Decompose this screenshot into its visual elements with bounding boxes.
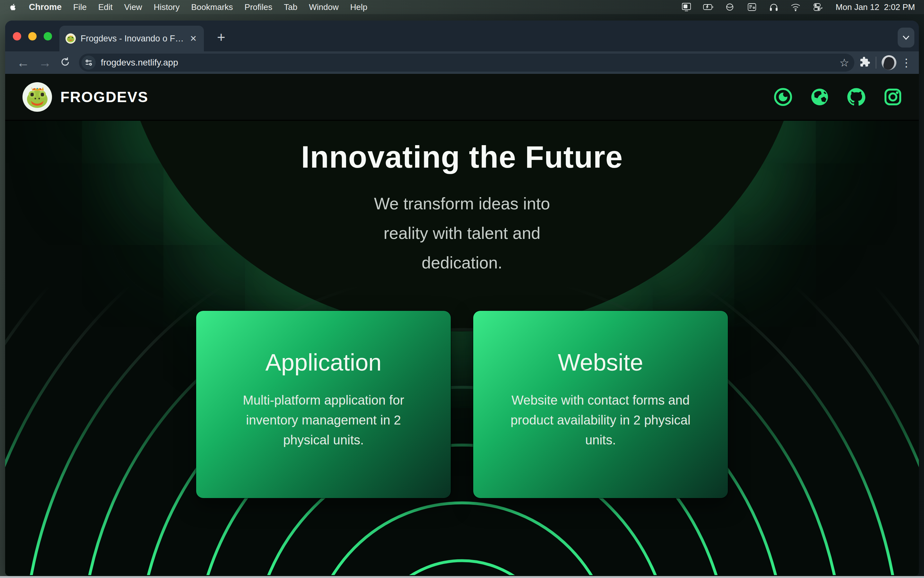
chevron-down-icon — [902, 35, 910, 40]
menubar-item-profiles[interactable]: Profiles — [245, 2, 272, 12]
profile-avatar[interactable] — [882, 55, 896, 70]
toolbar-divider — [875, 57, 877, 69]
url-text[interactable]: frogdevs.netlify.app — [101, 57, 840, 68]
site-header: FROGDEVS — [5, 74, 919, 121]
browser-menu-button[interactable]: ⋮ — [901, 56, 912, 69]
active-tab[interactable]: Frogdevs - Inovando o Futuro ✕ — [59, 26, 204, 51]
tab-search-button[interactable] — [898, 28, 914, 47]
dock-edge-strip — [0, 576, 924, 578]
amphetamine-cup-icon[interactable] — [725, 2, 736, 12]
browser-window: Frogdevs - Inovando o Futuro ✕ + ← → fro… — [5, 21, 919, 576]
apple-menu-icon[interactable] — [9, 2, 17, 12]
menubar-item-history[interactable]: History — [154, 2, 180, 12]
new-tab-button[interactable]: + — [217, 30, 225, 44]
screen-mirroring-icon[interactable] — [681, 2, 692, 12]
minimize-window-button[interactable] — [28, 32, 37, 41]
macos-menubar: Chrome File Edit View History Bookmarks … — [0, 0, 924, 14]
github-icon[interactable] — [847, 88, 866, 106]
menubar-item-tab[interactable]: Tab — [284, 2, 297, 12]
control-center-icon[interactable] — [812, 2, 823, 12]
reload-button[interactable] — [60, 57, 71, 69]
menubar-item-file[interactable]: File — [73, 2, 87, 12]
extensions-puzzle-icon[interactable] — [859, 57, 871, 69]
site-info-button[interactable] — [81, 55, 96, 70]
brand-name: FROGDEVS — [60, 88, 148, 106]
frog-favicon-icon — [65, 33, 76, 44]
menubar-item-edit[interactable]: Edit — [98, 2, 113, 12]
forward-button[interactable]: → — [34, 56, 56, 69]
card-title: Application — [196, 349, 451, 376]
headphones-icon[interactable] — [768, 2, 779, 12]
close-window-button[interactable] — [13, 32, 21, 41]
keyboard-shortcuts-icon[interactable] — [746, 2, 757, 12]
address-bar[interactable]: frogdevs.netlify.app ☆ — [79, 54, 854, 71]
window-controls — [13, 32, 52, 41]
hero-section: Innovating the Future We transform ideas… — [5, 121, 919, 575]
instagram-icon[interactable] — [883, 88, 902, 106]
menubar-app-name[interactable]: Chrome — [29, 2, 62, 12]
card-description: Website with contact forms and product a… — [501, 390, 700, 450]
card-title: Website — [473, 349, 728, 376]
frogdevs-logo[interactable] — [22, 81, 53, 112]
moon-circle-icon[interactable] — [774, 88, 793, 106]
card-description: Multi-platform application for inventory… — [224, 390, 423, 450]
header-social-icons — [774, 88, 902, 106]
globe-icon[interactable] — [811, 88, 829, 106]
hero-title: Innovating the Future — [5, 140, 919, 175]
menubar-item-bookmarks[interactable]: Bookmarks — [191, 2, 233, 12]
bookmark-star-icon[interactable]: ☆ — [840, 56, 849, 69]
zoom-window-button[interactable] — [44, 32, 52, 41]
hero-subtitle: We transform ideas into reality with tal… — [353, 189, 571, 278]
menubar-item-view[interactable]: View — [124, 2, 142, 12]
back-button[interactable]: ← — [12, 56, 34, 69]
menubar-item-help[interactable]: Help — [350, 2, 367, 12]
card-application[interactable]: Application Multi-platform application f… — [196, 311, 451, 498]
browser-toolbar: ← → frogdevs.netlify.app ☆ ⋮ — [5, 51, 919, 74]
service-cards: Application Multi-platform application f… — [5, 311, 919, 498]
tab-strip: Frogdevs - Inovando o Futuro ✕ + — [5, 21, 919, 51]
menubar-item-window[interactable]: Window — [309, 2, 339, 12]
battery-charging-icon[interactable] — [703, 2, 714, 12]
menubar-clock[interactable]: Mon Jan 12 2:02 PM — [836, 2, 915, 12]
tab-title: Frogdevs - Inovando o Futuro — [81, 34, 184, 44]
wifi-icon[interactable] — [790, 2, 801, 12]
tab-close-icon[interactable]: ✕ — [188, 34, 198, 44]
tune-icon — [84, 58, 93, 67]
page-viewport: FROGDEVS — [5, 74, 919, 576]
card-website[interactable]: Website Website with contact forms and p… — [473, 311, 728, 498]
